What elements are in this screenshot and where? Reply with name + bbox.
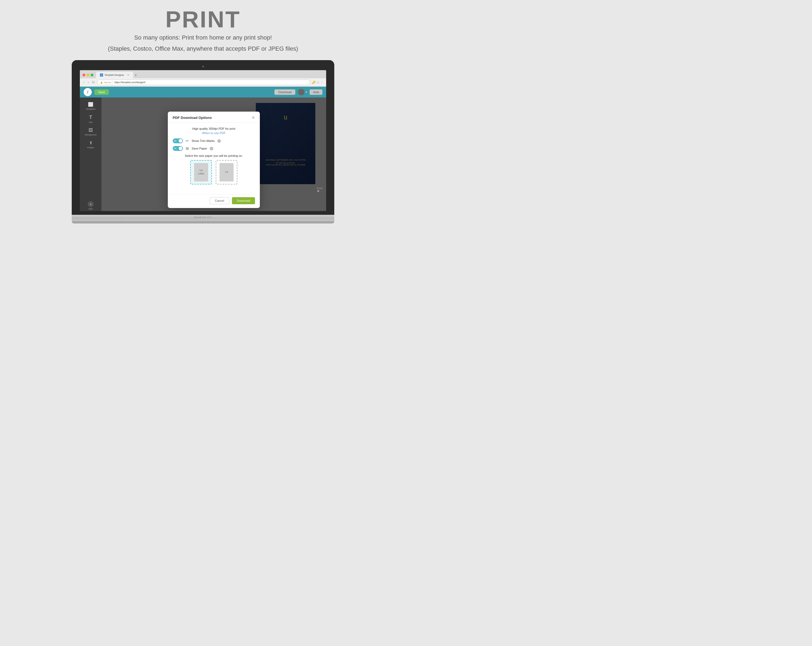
trim-marks-icon: ✂ xyxy=(186,139,189,143)
zoom-level: 99% xyxy=(89,208,93,210)
page-title: PRINT xyxy=(108,8,298,31)
sidebar-item-templates[interactable]: ⬜ Templates xyxy=(80,100,102,112)
star-icon[interactable]: ☆ xyxy=(317,81,319,84)
tab-close-btn[interactable]: ✕ xyxy=(127,73,130,77)
cancel-button[interactable]: Cancel xyxy=(210,197,229,204)
sidebar-bottom: + 99% − xyxy=(88,201,94,211)
nav-extras: 🔑 ☆ ⋮ xyxy=(312,81,324,84)
save-button[interactable]: Save xyxy=(95,89,109,95)
help-button[interactable]: Help xyxy=(310,89,322,95)
trim-marks-label: Show Trim Marks xyxy=(192,139,215,142)
refresh-button[interactable]: ↻ xyxy=(91,80,96,84)
sidebar-text-label: Text xyxy=(89,121,93,124)
forward-button[interactable]: › xyxy=(87,80,90,84)
modal-download-button[interactable]: Download xyxy=(232,197,255,204)
modal-title: PDF Download Options xyxy=(173,116,212,120)
save-paper-icon: ⊞ xyxy=(186,146,189,151)
sidebar-item-images[interactable]: ⬆ Images xyxy=(80,139,102,150)
paper-option-us-letter[interactable]: USLetter xyxy=(190,160,212,185)
modal-footer: Cancel Download xyxy=(168,194,260,208)
user-menu-button[interactable]: ▾ xyxy=(298,89,307,95)
browser-tab-active[interactable]: i Templett Designer ✕ xyxy=(96,72,133,78)
traffic-light-close[interactable] xyxy=(82,73,85,77)
us-letter-box: USLetter xyxy=(190,160,212,184)
page-subtitle-line2: (Staples, Costco, Office Max, anywhere t… xyxy=(108,44,298,53)
toggle-on-label: ON xyxy=(174,140,176,142)
modal-body: High quality 300dpi PDF for print When t… xyxy=(168,123,260,194)
save-paper-option: ON ⊞ Save Paper ? xyxy=(173,146,255,151)
download-button[interactable]: Download xyxy=(275,89,295,95)
templates-icon: ⬜ xyxy=(88,102,93,107)
images-icon: ⬆ xyxy=(89,140,93,145)
paper-options: USLetter A4 xyxy=(173,160,255,185)
a4-box: A4 xyxy=(216,160,237,184)
modal-header: PDF Download Options ✕ xyxy=(168,112,260,123)
browser-nav-bar: ‹ › ↻ 🔒 Secure | https://templett.com/de… xyxy=(80,78,326,86)
save-paper-label: Save Paper xyxy=(192,147,207,150)
browser-chrome: i Templett Designer ✕ + ‹ › ↻ 🔒 xyxy=(80,70,326,87)
toggle-knob-2 xyxy=(179,147,182,150)
sidebar-images-label: Images xyxy=(87,146,94,149)
key-icon[interactable]: 🔑 xyxy=(312,81,316,84)
when-to-use-link[interactable]: When to use PDF xyxy=(173,132,255,135)
laptop-wrapper: i Templett Designer ✕ + ‹ › ↻ 🔒 xyxy=(0,60,406,223)
laptop-screen-bezel: i Templett Designer ✕ + ‹ › ↻ 🔒 xyxy=(72,60,334,215)
back-button[interactable]: ‹ xyxy=(82,80,85,84)
modal-overlay: PDF Download Options ✕ High quality 300d… xyxy=(102,98,326,211)
sidebar-item-text[interactable]: T Text xyxy=(80,113,102,125)
trim-marks-option: ON ✂ Show Trim Marks ? xyxy=(173,138,255,143)
traffic-lights xyxy=(82,73,93,77)
page-header: PRINT So many options: Print from home o… xyxy=(108,0,298,57)
trim-marks-help-icon[interactable]: ? xyxy=(217,139,221,143)
app-layout: ⬜ Templates T Text 🖼 Background ⬆ xyxy=(80,98,326,211)
text-icon: T xyxy=(89,115,92,120)
save-paper-toggle[interactable]: ON xyxy=(173,146,183,151)
user-chevron-icon: ▾ xyxy=(305,91,307,93)
paper-section-title: Select the size paper you will be printi… xyxy=(173,154,255,158)
traffic-light-maximize[interactable] xyxy=(91,73,93,77)
zoom-out-button[interactable]: − xyxy=(88,211,94,211)
lock-icon: 🔒 xyxy=(100,81,103,84)
trim-marks-toggle[interactable]: ON xyxy=(173,138,183,143)
pdf-download-modal: PDF Download Options ✕ High quality 300d… xyxy=(168,112,260,208)
app-header: i Save Download ▾ Help xyxy=(80,87,326,98)
laptop-foot xyxy=(72,221,334,223)
toggle-knob xyxy=(179,139,182,143)
user-avatar xyxy=(298,89,304,95)
new-tab-button[interactable]: + xyxy=(133,73,139,77)
browser-tabs-bar: i Templett Designer ✕ + xyxy=(80,70,326,78)
sidebar: ⬜ Templates T Text 🖼 Background ⬆ xyxy=(80,98,102,211)
menu-icon[interactable]: ⋮ xyxy=(321,81,324,84)
app-logo: i xyxy=(84,88,92,96)
paper-option-a4[interactable]: A4 xyxy=(216,160,237,185)
laptop-outer: i Templett Designer ✕ + ‹ › ↻ 🔒 xyxy=(72,60,334,223)
canvas-area: u SATURDAY, SEPTEMBER 16TH, 2017 AT 6PM … xyxy=(102,98,326,211)
toggle-on-label-2: ON xyxy=(174,148,176,149)
modal-close-button[interactable]: ✕ xyxy=(252,115,255,120)
laptop-camera xyxy=(202,66,204,67)
tab-title: Templett Designer xyxy=(104,73,124,77)
tab-favicon: i xyxy=(100,73,103,77)
laptop-screen: i Templett Designer ✕ + ‹ › ↻ 🔒 xyxy=(80,70,326,211)
background-icon: 🖼 xyxy=(89,128,93,133)
sidebar-background-label: Background xyxy=(85,133,97,136)
a4-inner: A4 xyxy=(220,163,234,182)
url-divider: | xyxy=(112,81,113,84)
secure-label: Secure xyxy=(104,81,111,84)
page-subtitle-line1: So many options: Print from home or any … xyxy=(108,33,298,42)
address-bar[interactable]: 🔒 Secure | https://templett.com/design/# xyxy=(97,80,310,85)
sidebar-templates-label: Templates xyxy=(86,108,96,110)
address-url: https://templett.com/design/# xyxy=(114,81,146,84)
traffic-light-minimize[interactable] xyxy=(87,73,89,77)
quality-text: High quality 300dpi PDF for print xyxy=(173,127,255,130)
zoom-in-button[interactable]: + xyxy=(88,201,94,207)
us-letter-inner: USLetter xyxy=(194,163,208,182)
save-paper-help-icon[interactable]: ? xyxy=(210,147,213,150)
sidebar-item-background[interactable]: 🖼 Background xyxy=(80,126,102,138)
laptop-base xyxy=(72,215,334,221)
